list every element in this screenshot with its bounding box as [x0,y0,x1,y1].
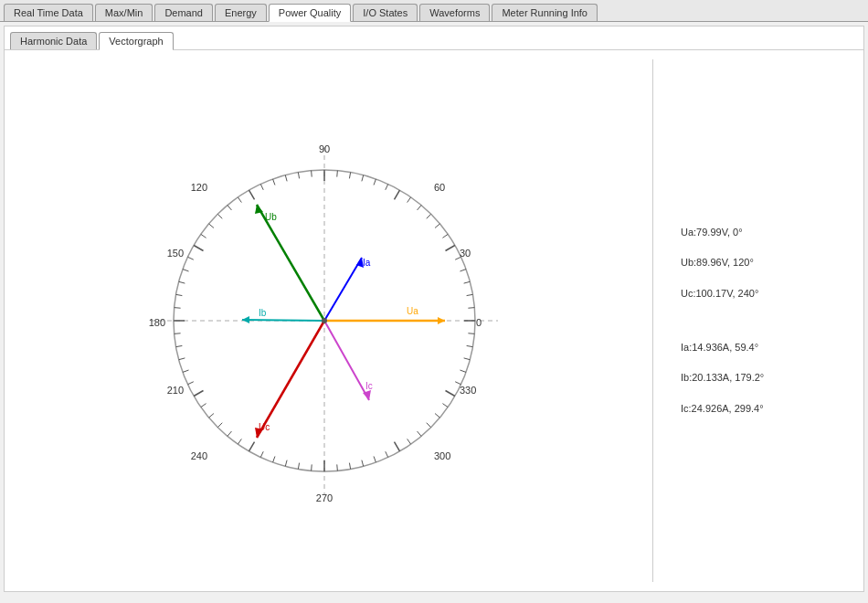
svg-line-54 [227,431,230,436]
svg-line-17 [407,197,410,203]
svg-line-34 [445,391,454,397]
svg-line-81 [311,171,312,177]
svg-line-15 [385,184,387,189]
label-vector-Uc: Uc [259,422,270,432]
svg-marker-7 [242,316,249,323]
svg-line-45 [336,464,337,471]
data-Uc: Uc:100.17V, 240° [681,287,845,301]
svg-line-51 [260,451,263,457]
label-vector-Ua: Ua [407,306,418,316]
tab-meterrunning[interactable]: Meter Running Info [492,4,598,21]
svg-line-12 [349,173,350,179]
label-210: 210 [166,385,183,396]
svg-line-22 [445,246,454,251]
svg-line-53 [238,439,241,444]
label-60: 60 [434,182,445,193]
svg-line-65 [174,308,180,309]
svg-line-76 [249,190,254,199]
svg-line-44 [349,463,350,470]
data-Ub: Ub:89.96V, 120° [681,256,845,270]
data-panel: Ua:79.99V, 0° Ub:89.96V, 120° Uc:100.17V… [672,59,854,582]
svg-line-73 [217,214,222,218]
svg-line-26 [466,294,472,295]
svg-line-67 [178,281,185,283]
svg-line-60 [182,370,188,372]
data-Ia: Ia:14.936A, 59.4° [681,341,845,354]
label-vector-Ub: Ub [265,212,277,222]
tab-harmonicdata[interactable]: Harmonic Data [10,32,97,49]
svg-line-30 [466,345,472,346]
svg-line-21 [442,234,448,238]
svg-line-13 [361,175,363,182]
svg-line-48 [298,463,299,470]
vector-canvas: 90 0 270 180 60 30 330 300 240 210 150 1… [14,59,634,582]
tab-vectorgraph[interactable]: Vectorgraph [99,32,173,50]
svg-line-77 [260,184,263,189]
panel-divider [652,59,653,582]
label-120: 120 [190,182,206,193]
svg-line-39 [407,439,410,444]
label-30: 30 [460,248,471,259]
label-240: 240 [190,450,206,461]
vector-Ub [257,205,324,321]
vectorgraph-area: 90 0 270 180 60 30 330 300 240 210 150 1… [5,50,863,591]
svg-line-50 [272,456,274,462]
tab-realtime[interactable]: Real Time Data [4,4,93,21]
main-content: Harmonic Data Vectorgraph 90 0 270 18 [4,26,864,592]
svg-line-61 [178,358,185,360]
vector-Ia [324,258,362,321]
svg-line-32 [460,370,466,372]
svg-line-63 [174,333,180,334]
svg-line-11 [336,171,337,177]
svg-line-37 [426,423,430,428]
svg-line-14 [374,179,376,185]
svg-line-71 [200,234,206,238]
label-vector-Ib: Ib [259,308,267,318]
tab-iostates[interactable]: I/O States [353,4,418,21]
svg-point-9 [322,318,327,323]
svg-line-66 [175,294,182,295]
label-90: 90 [318,143,329,154]
data-Ib: Ib:20.133A, 179.2° [681,371,845,385]
data-Ic: Ic:24.926A, 299.4° [681,402,845,416]
svg-line-80 [298,173,299,179]
vectorgraph-svg: 90 0 270 180 60 30 330 300 240 210 150 1… [132,129,516,513]
data-Ua: Ua:79.99V, 0° [681,226,845,239]
spacer [681,317,845,324]
label-150: 150 [166,248,183,259]
svg-line-59 [187,382,193,385]
svg-line-40 [394,442,399,451]
svg-line-29 [468,333,474,334]
label-270: 270 [315,492,332,503]
svg-line-38 [417,431,420,436]
top-tab-bar: Real Time Data Max/Min Demand Energy Pow… [0,0,868,22]
svg-line-69 [187,257,193,259]
tab-waveforms[interactable]: Waveforms [419,4,490,21]
svg-line-43 [361,460,363,467]
svg-marker-3 [438,317,445,324]
label-vector-Ic: Ic [365,381,373,391]
label-180: 180 [148,317,164,328]
svg-line-18 [417,206,420,210]
label-0: 0 [476,317,482,328]
svg-line-58 [194,391,203,397]
svg-line-57 [200,404,206,407]
vector-Uc [257,321,324,438]
svg-line-16 [394,190,399,199]
svg-line-25 [463,281,470,283]
svg-line-78 [272,179,274,185]
vector-Ic [324,321,369,400]
svg-line-36 [435,414,439,418]
vector-Ib [242,320,324,321]
label-vector-Ia: Ia [363,258,371,268]
sub-tab-bar: Harmonic Data Vectorgraph [5,26,863,50]
tab-demand[interactable]: Demand [154,4,213,21]
svg-line-68 [182,270,188,271]
svg-line-55 [217,423,222,428]
svg-line-52 [249,442,254,451]
svg-line-56 [208,414,213,418]
tab-powerquality[interactable]: Power Quality [269,4,351,22]
tab-maxmin[interactable]: Max/Min [95,4,153,21]
svg-line-70 [194,246,203,251]
tab-energy[interactable]: Energy [215,4,267,21]
